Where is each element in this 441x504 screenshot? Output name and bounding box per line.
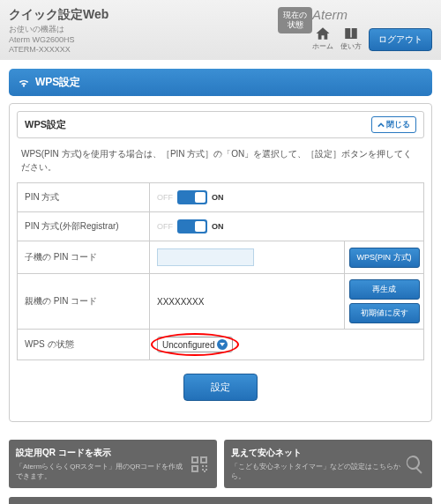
parent-pin-value: XXXXXXXX <box>150 274 345 330</box>
section-header: WPS設定 <box>9 69 432 96</box>
child-pin-input[interactable] <box>157 248 254 266</box>
row-child-pin: 子機の PIN コード WPS(PIN 方式) <box>18 241 424 274</box>
wifi-icon <box>18 77 30 89</box>
wps-state-dropdown[interactable]: Unconfigured <box>157 337 233 352</box>
row-pin-registrar: PIN 方式(外部Registrar) OFF ON <box>18 212 424 241</box>
nav-home[interactable]: ホーム <box>312 26 333 51</box>
safety-card[interactable]: 見えて安心ネット 「こども安心ネットタイマー」などの設定はこちらから。 <box>224 440 432 488</box>
brand-logo: Aterm <box>312 7 428 22</box>
panel-header: WPS設定 閉じる <box>17 111 424 138</box>
qr-card[interactable]: 設定用QR コードを表示 「AtermらくらくQRスタート」用のQRコードを作成… <box>9 440 217 488</box>
reset-button[interactable]: 初期値に戻す <box>349 303 420 323</box>
settings-table: PIN 方式 OFF ON PIN 方式(外部Registrar) OFF <box>17 182 424 360</box>
regenerate-button[interactable]: 再生成 <box>349 279 420 300</box>
magnifier-icon <box>404 454 425 475</box>
page-title: クイック設定Web <box>9 7 269 23</box>
row-parent-pin: 親機の PIN コード XXXXXXXX 再生成 初期値に戻す <box>18 274 424 330</box>
close-button[interactable]: 閉じる <box>371 116 416 133</box>
home-icon <box>315 26 331 41</box>
pin-registrar-toggle[interactable] <box>177 219 207 233</box>
nav-help[interactable]: 使い方 <box>340 26 362 51</box>
settings-panel: WPS設定 閉じる WPS(PIN 方式)を使用する場合は、［PIN 方式］の「… <box>9 103 432 422</box>
book-icon <box>343 26 359 41</box>
top-bar: クイック設定Web お使いの機器は Aterm WG2600HS ATERM-X… <box>0 0 441 60</box>
device-info: お使いの機器は Aterm WG2600HS ATERM-XXXXXX <box>9 25 269 56</box>
status-button[interactable]: 現在の 状態 <box>278 7 312 33</box>
submit-button[interactable]: 設定 <box>183 374 258 401</box>
row-wps-state: WPS の状態 Unconfigured <box>18 330 424 360</box>
logout-button[interactable]: ログアウト <box>369 28 432 51</box>
qr-icon <box>189 454 210 475</box>
wps-pin-button[interactable]: WPS(PIN 方式) <box>349 248 420 268</box>
description-text: WPS(PIN 方式)を使用する場合は、［PIN 方式］の「ON」を選択して、［… <box>17 138 424 182</box>
pin-method-toggle[interactable] <box>177 190 207 204</box>
chevron-down-icon <box>217 339 228 350</box>
row-pin-method: PIN 方式 OFF ON <box>18 183 424 212</box>
chevron-up-icon <box>377 122 385 129</box>
support-card[interactable]: サポートデスク Q&A、機能別設定ガイドなどの情報をご覧になれます。 <box>9 497 432 504</box>
